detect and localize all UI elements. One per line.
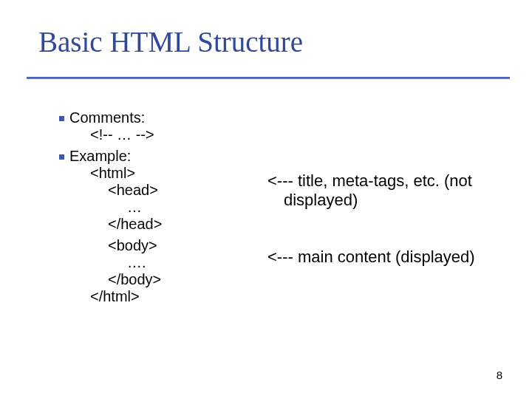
- bullet-label: Comments:: [69, 109, 267, 126]
- code-line: </body>: [69, 271, 267, 288]
- annotation-head: <--- title, meta-tags, etc. (not display…: [267, 171, 504, 211]
- left-column: Comments: <!-- … --> Example: <html> <he…: [69, 109, 267, 310]
- code-line: …: [69, 199, 267, 216]
- code-line: <body>: [69, 237, 267, 254]
- content-columns: Comments: <!-- … --> Example: <html> <he…: [69, 109, 510, 310]
- square-bullet-icon: [59, 154, 64, 160]
- bullet-example: Example: <html> <head> … </head> <body> …: [69, 148, 267, 305]
- code-line: <head>: [69, 182, 267, 199]
- code-line: </head>: [69, 216, 267, 233]
- title-underline: [27, 77, 510, 79]
- right-column: <--- title, meta-tags, etc. (not display…: [267, 109, 504, 310]
- bullet-label: Example:: [69, 148, 267, 165]
- bullet-comments: Comments: <!-- … -->: [69, 109, 267, 143]
- code-line: <html>: [69, 165, 267, 182]
- page-number: 8: [497, 369, 502, 381]
- annotation-body: <--- main content (displayed): [267, 248, 504, 267]
- code-line: </html>: [69, 288, 267, 305]
- code-line: ….: [69, 254, 267, 271]
- comment-syntax: <!-- … -->: [69, 126, 267, 143]
- slide-title: Basic HTML Structure: [38, 25, 303, 58]
- square-bullet-icon: [59, 116, 64, 121]
